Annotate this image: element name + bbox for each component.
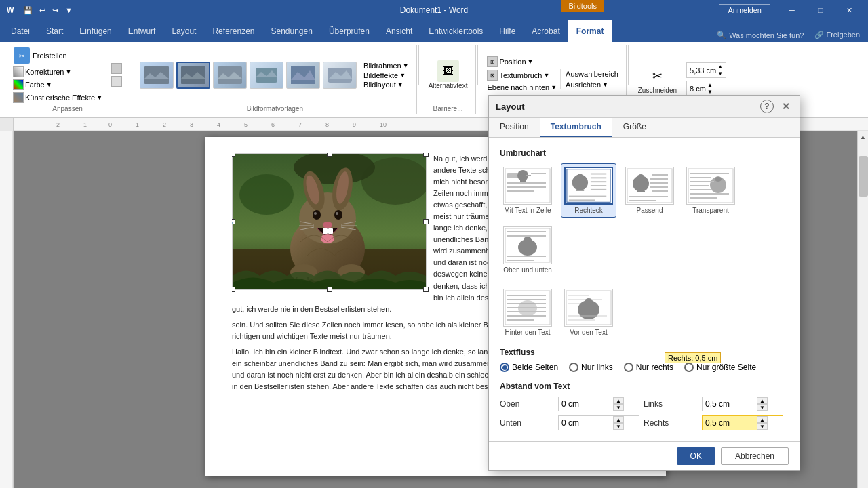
wrap-vor[interactable]: Vor den Text [561, 285, 616, 340]
wrap-transparent[interactable]: Transparent [683, 163, 738, 218]
handle-top-left[interactable] [232, 153, 235, 157]
save-qat-btn[interactable]: 💾 [20, 5, 35, 16]
rechts-up[interactable]: ▲ [757, 416, 768, 423]
maximize-button[interactable]: □ [807, 0, 834, 20]
ok-button[interactable]: OK [677, 447, 715, 465]
tab-format[interactable]: Format [568, 20, 612, 42]
handle-top-center[interactable] [327, 153, 332, 157]
ebene-hinten-button[interactable]: Ebene nach hinten▼ [485, 83, 559, 92]
wrap-passend[interactable]: Passend [622, 163, 677, 218]
textumbruch-button[interactable]: ⊠ Textumbruch▼ [485, 69, 559, 81]
undo-qat-btn[interactable]: ↩ [37, 5, 48, 16]
position-button[interactable]: ⊞ Position▼ [485, 56, 559, 68]
tab-datei[interactable]: Datei [3, 20, 38, 42]
unten-down[interactable]: ▼ [613, 423, 624, 430]
oben-down[interactable]: ▼ [613, 404, 624, 411]
dist-spinner-links[interactable]: ▲ ▼ [757, 397, 768, 411]
share-button[interactable]: 🔗 Freigeben [809, 28, 865, 42]
search-ribbon-btn[interactable]: 🔍Was möchten Sie tun? [711, 28, 809, 42]
ausrichten-button[interactable]: Ausrichten▼ [564, 80, 620, 89]
handle-middle-right[interactable] [423, 219, 429, 224]
img-style-3[interactable] [213, 62, 247, 89]
dist-input-unten[interactable]: 0 cm ▲ ▼ [558, 415, 639, 430]
handle-top-right[interactable] [423, 153, 429, 157]
tab-entwicklertools[interactable]: Entwicklertools [420, 20, 491, 42]
radio-beide[interactable]: Beide Seiten [500, 363, 558, 372]
ribbon-group-anpassen: ✂ Freistellen Korrekturen▼ Farbe▼ Künstl… [5, 45, 130, 114]
img-style-5[interactable] [286, 62, 320, 89]
dialog-close-btn[interactable]: ✕ [779, 101, 793, 112]
radio-groesste[interactable]: Nur größte Seite [684, 363, 756, 372]
document-image[interactable] [233, 154, 426, 289]
alternativtext-button[interactable]: 🖼 Alternativtext [426, 59, 471, 91]
wrap-oben-unten[interactable]: Oben und unten [500, 223, 555, 277]
wrap-icon-vor [564, 289, 613, 327]
tab-referenzen[interactable]: Referenzen [204, 20, 262, 42]
oben-up[interactable]: ▲ [613, 397, 624, 404]
close-button[interactable]: ✕ [835, 0, 863, 20]
handle-bottom-right[interactable] [423, 287, 429, 292]
img-style-6[interactable] [323, 62, 357, 89]
dialog-tab-groesse[interactable]: Größe [612, 118, 657, 137]
radio-nur-rechts[interactable]: Nur rechts [624, 363, 673, 372]
scroll-up-btn[interactable]: ▲ [858, 131, 869, 142]
tab-ansicht[interactable]: Ansicht [378, 20, 420, 42]
tab-acrobat[interactable]: Acrobat [524, 20, 568, 42]
dialog-tab-textumbruch[interactable]: Textumbruch [540, 118, 612, 137]
image-container[interactable]: ⚓ [232, 153, 427, 290]
dist-input-links[interactable]: 0,5 cm ▲ ▼ [702, 396, 783, 411]
freistellen-button[interactable]: ✂ Freistellen [11, 46, 104, 65]
qat-more-btn[interactable]: ▼ [62, 5, 75, 16]
korrekturen-button[interactable]: Korrekturen▼ [11, 66, 104, 78]
zuschneiden-button[interactable]: ✂ Zuschneiden [635, 64, 679, 96]
dialog-tab-position[interactable]: Position [489, 118, 540, 137]
dist-spinner-unten[interactable]: ▲ ▼ [613, 416, 624, 430]
tab-einfuegen[interactable]: Einfügen [71, 20, 119, 42]
handle-bottom-center[interactable] [327, 287, 332, 292]
dist-spinner-oben[interactable]: ▲ ▼ [613, 397, 624, 411]
vertical-scrollbar[interactable]: ▲ ▼ [857, 131, 868, 488]
links-up[interactable]: ▲ [757, 397, 768, 404]
dist-input-rechts[interactable]: 0,5 cm ▲ ▼ [702, 415, 783, 430]
tab-ueberpruefen[interactable]: Überprüfen [321, 20, 378, 42]
handle-bottom-left[interactable] [232, 287, 235, 292]
bildeffekte-button[interactable]: Bildeffekte▼ [361, 70, 411, 80]
radio-nur-links[interactable]: Nur links [569, 363, 613, 372]
dialog-title-controls: ? ✕ [760, 100, 793, 113]
width-field[interactable]: 5,33 cm ▲ ▼ [686, 62, 726, 78]
img-style-4[interactable] [250, 62, 283, 89]
width-up[interactable]: ▲ [717, 64, 723, 70]
dialog-help-btn[interactable]: ? [760, 100, 774, 113]
unten-up[interactable]: ▲ [613, 416, 624, 423]
adjust-btn2[interactable] [109, 75, 124, 87]
adjust-btn1[interactable] [109, 62, 124, 75]
img-style-1[interactable] [140, 62, 174, 89]
tab-sendungen[interactable]: Sendungen [263, 20, 321, 42]
dist-spinner-rechts[interactable]: ▲ ▼ [757, 416, 768, 430]
rechts-down[interactable]: ▼ [757, 423, 768, 430]
width-down[interactable]: ▼ [717, 70, 723, 77]
wrap-rechteck[interactable]: Rechteck [561, 163, 616, 218]
tab-hilfe[interactable]: Hilfe [491, 20, 524, 42]
cancel-button[interactable]: Abbrechen [721, 447, 789, 465]
dist-input-oben[interactable]: 0 cm ▲ ▼ [558, 396, 639, 411]
height-down[interactable]: ▼ [707, 89, 713, 95]
redo-qat-btn[interactable]: ↪ [50, 5, 61, 16]
farbe-button[interactable]: Farbe▼ [11, 79, 104, 91]
links-down[interactable]: ▼ [757, 404, 768, 411]
bildrahmen-button[interactable]: Bildrahmen▼ [361, 61, 411, 70]
auswahlbereich-button[interactable]: Auswahlbereich [564, 69, 620, 79]
img-style-2[interactable] [176, 62, 210, 89]
wrap-mit-text[interactable]: Mit Text in Zeile [500, 163, 555, 218]
height-field[interactable]: 8 cm ▲ ▼ [686, 81, 726, 96]
minimize-button[interactable]: ─ [778, 0, 806, 20]
scroll-thumb[interactable] [859, 156, 868, 197]
signin-button[interactable]: Anmelden [719, 4, 770, 16]
tab-entwurf[interactable]: Entwurf [120, 20, 164, 42]
height-up[interactable]: ▲ [707, 82, 713, 88]
bildlayout-button[interactable]: Bildlayout▼ [361, 80, 411, 89]
tab-layout[interactable]: Layout [163, 20, 204, 42]
tab-start[interactable]: Start [38, 20, 71, 42]
kunstlerische-button[interactable]: Künstlerische Effekte▼ [11, 92, 104, 104]
wrap-hinter[interactable]: Hinter den Text [500, 285, 555, 340]
